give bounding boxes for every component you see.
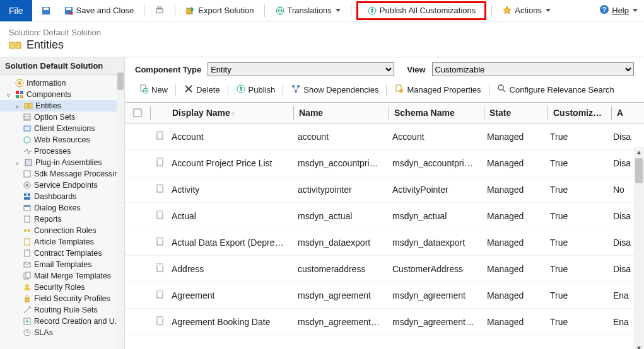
col-display-name[interactable]: Display Name↑ bbox=[167, 108, 293, 118]
cell-schema-name: ActivityPointer bbox=[387, 185, 482, 195]
article-templates-icon bbox=[23, 237, 32, 246]
entities-icon bbox=[24, 101, 33, 110]
svg-rect-36 bbox=[24, 205, 30, 207]
table-row[interactable]: Actual Data Export (Deprecat...msdyn_dat… bbox=[125, 229, 644, 256]
tree-processes[interactable]: Processes bbox=[0, 146, 124, 157]
toolbar-separator bbox=[175, 4, 175, 17]
entity-type-icon bbox=[150, 316, 167, 328]
publish-all-button[interactable]: Publish All Customizations bbox=[362, 3, 481, 19]
svg-rect-1 bbox=[44, 8, 49, 10]
managed-props-icon bbox=[394, 84, 404, 96]
view-select[interactable]: Customizable bbox=[432, 62, 634, 76]
print-icon-button[interactable] bbox=[149, 3, 170, 19]
svg-rect-48 bbox=[25, 298, 29, 302]
tree-service-endpoints[interactable]: Service Endpoints bbox=[0, 180, 124, 191]
tree-client-extensions[interactable]: Client Extensions bbox=[0, 123, 124, 134]
cell-display-name: Account Project Price List bbox=[167, 158, 293, 168]
save-icon-button[interactable] bbox=[36, 3, 56, 19]
tree-entities[interactable]: ▹Entities bbox=[0, 100, 124, 112]
tree-reports[interactable]: Reports bbox=[0, 214, 124, 225]
tree-article-templates[interactable]: Article Templates bbox=[0, 236, 124, 248]
table-row[interactable]: Account Project Price Listmsdyn_accountp… bbox=[125, 150, 644, 176]
tree-sdk-msg[interactable]: Sdk Message Processing... bbox=[0, 168, 124, 180]
tree-label: Dialog Boxes bbox=[34, 203, 81, 212]
export-solution-button[interactable]: Export Solution bbox=[180, 3, 259, 19]
cell-display-name: Account bbox=[167, 132, 293, 142]
scrollbar-thumb[interactable] bbox=[635, 158, 643, 183]
show-deps-label: Show Dependencies bbox=[303, 85, 378, 94]
sdk-icon bbox=[23, 169, 32, 178]
svg-rect-42 bbox=[25, 250, 30, 256]
tree-mail-merge[interactable]: Mail Merge Templates bbox=[0, 270, 124, 282]
col-name[interactable]: Name bbox=[294, 108, 389, 118]
svg-rect-45 bbox=[26, 272, 30, 278]
expand-icon[interactable]: ▹ bbox=[13, 158, 21, 167]
sidebar-header: Solution Default Solution bbox=[0, 57, 124, 75]
field-security-icon bbox=[23, 294, 32, 303]
component-type-select[interactable]: Entity bbox=[208, 62, 394, 76]
col-schema-name[interactable]: Schema Name bbox=[389, 108, 484, 118]
managed-props-button[interactable]: Managed Properties bbox=[390, 83, 484, 97]
table-row[interactable]: Actualmsdyn_actualmsdyn_actualManagedTru… bbox=[125, 203, 644, 229]
dashboards-icon bbox=[23, 192, 32, 201]
tree-connection-roles[interactable]: Connection Roles bbox=[0, 225, 124, 236]
tree-routing-rule[interactable]: Routing Rule Sets bbox=[0, 304, 124, 316]
tree-dashboards[interactable]: Dashboards bbox=[0, 191, 124, 202]
client-ext-icon bbox=[23, 124, 32, 133]
file-menu-button[interactable]: File bbox=[0, 0, 32, 21]
publish-button[interactable]: Publish bbox=[232, 83, 279, 97]
help-button[interactable]: ?Help bbox=[599, 4, 638, 16]
tree-label: Entities bbox=[35, 101, 61, 110]
tree-email-templates[interactable]: Email Templates bbox=[0, 259, 124, 270]
svg-rect-81 bbox=[157, 237, 163, 239]
show-deps-button[interactable]: Show Dependencies bbox=[287, 83, 382, 97]
tree-contract-templates[interactable]: Contract Templates bbox=[0, 248, 124, 259]
save-close-button[interactable]: Save and Close bbox=[59, 3, 139, 19]
tree-record-creation[interactable]: Record Creation and U... bbox=[0, 316, 124, 327]
svg-rect-20 bbox=[20, 95, 23, 98]
content-scrollbar[interactable]: ▲ ▼ bbox=[634, 147, 644, 349]
delete-button[interactable]: Delete bbox=[180, 83, 224, 97]
tree-option-sets[interactable]: Option Sets bbox=[0, 112, 124, 123]
search-icon bbox=[497, 84, 507, 96]
scroll-down-icon[interactable]: ▼ bbox=[634, 343, 644, 349]
configure-relevance-button[interactable]: Configure Relevance Search bbox=[493, 83, 618, 97]
scroll-up-icon[interactable]: ▲ bbox=[634, 147, 644, 157]
tree-information[interactable]: Information bbox=[0, 77, 124, 89]
expand-icon[interactable]: ▹ bbox=[13, 101, 21, 110]
info-icon bbox=[15, 79, 24, 88]
sidebar-scrollbar[interactable] bbox=[117, 70, 124, 349]
table-row[interactable]: AddresscustomeraddressCustomerAddressMan… bbox=[125, 256, 644, 282]
solution-header: Solution: Default Solution Entities bbox=[0, 21, 644, 57]
col-state[interactable]: State bbox=[484, 108, 547, 118]
tree-slas[interactable]: SLAs bbox=[0, 327, 124, 338]
tree-dialog-boxes[interactable]: Dialog Boxes bbox=[0, 202, 124, 214]
tree-field-security[interactable]: Field Security Profiles bbox=[0, 293, 124, 304]
tree-security-roles[interactable]: Security Roles bbox=[0, 282, 124, 293]
col-action[interactable]: A bbox=[612, 108, 644, 118]
table-row[interactable]: ActivityactivitypointerActivityPointerMa… bbox=[125, 176, 644, 203]
chevron-down-icon bbox=[633, 9, 638, 12]
svg-rect-34 bbox=[24, 197, 30, 200]
translations-icon bbox=[275, 6, 285, 16]
actions-button[interactable]: Actions bbox=[497, 3, 556, 19]
scrollbar-thumb[interactable] bbox=[117, 72, 124, 90]
table-row[interactable]: AccountaccountAccountManagedTrueDisa bbox=[125, 123, 644, 150]
translations-button[interactable]: Translations bbox=[270, 3, 346, 19]
svg-point-69 bbox=[498, 85, 503, 90]
tree-components[interactable]: ▿Components bbox=[0, 89, 124, 100]
routing-icon bbox=[23, 306, 32, 314]
select-all-checkbox[interactable] bbox=[125, 108, 150, 117]
cell-customizable: True bbox=[545, 264, 608, 274]
new-button[interactable]: New bbox=[135, 83, 172, 97]
tree-plugin-assemblies[interactable]: ▹Plug-in Assemblies bbox=[0, 157, 124, 168]
table-row[interactable]: Agreementmsdyn_agreementmsdyn_agreementM… bbox=[125, 282, 644, 309]
col-customizable[interactable]: Customizabl... bbox=[548, 108, 611, 118]
cell-customizable: True bbox=[545, 158, 608, 168]
dialog-icon bbox=[23, 203, 32, 212]
tree-web-resources[interactable]: Web Resources bbox=[0, 134, 124, 146]
toolbar-items: Save and Close Export Solution Translati… bbox=[32, 1, 600, 20]
tree-label: Connection Roles bbox=[34, 226, 97, 235]
table-row[interactable]: Agreement Booking Datemsdyn_agreementb..… bbox=[125, 309, 644, 335]
collapse-icon[interactable]: ▿ bbox=[4, 90, 13, 99]
